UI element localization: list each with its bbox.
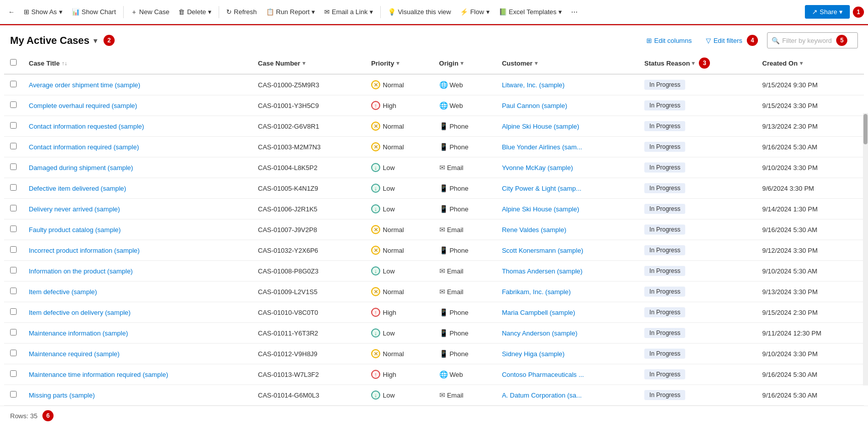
scroll-thumb[interactable] <box>863 114 867 144</box>
row-checkbox-11[interactable] <box>10 308 17 315</box>
more-button[interactable]: ⋯ <box>567 5 582 19</box>
customer-link[interactable]: Yvonne McKay (sample) <box>502 164 573 172</box>
show-chart-button[interactable]: 📊 Show Chart <box>68 5 120 19</box>
show-as-button[interactable]: ⊞ Show As ▾ <box>20 5 67 19</box>
row-checkbox-2[interactable] <box>10 122 17 129</box>
row-checkbox-6[interactable] <box>10 205 17 211</box>
customer-link[interactable]: Sidney Higa (sample) <box>502 350 565 358</box>
case-title-link[interactable]: Item defective on delivery (sample) <box>29 309 131 316</box>
case-number: CAS-01007-J9V2P8 <box>252 219 365 240</box>
table-row[interactable]: Faulty product catalog (sample) CAS-0100… <box>4 219 864 240</box>
case-title-link[interactable]: Maintenance time information required (s… <box>29 371 168 378</box>
row-checkbox-13[interactable] <box>10 350 17 356</box>
customer-link[interactable]: Rene Valdes (sample) <box>502 226 567 234</box>
run-report-button[interactable]: 📋 Run Report ▾ <box>262 5 319 19</box>
case-title-link[interactable]: Contact information requested (sample) <box>29 123 144 130</box>
customer-link[interactable]: Scott Konersmann (sample) <box>502 247 583 254</box>
case-title-link[interactable]: Incorrect product information (sample) <box>29 247 140 254</box>
row-checkbox-9[interactable] <box>10 267 17 273</box>
edit-columns-button[interactable]: ⊞ Edit columns <box>641 34 697 47</box>
customer-link[interactable]: A. Datum Corporation (sa... <box>502 392 582 399</box>
back-button[interactable]: ← <box>4 5 19 19</box>
status-reason: In Progress <box>638 219 756 240</box>
row-checkbox-0[interactable] <box>10 81 17 87</box>
annotation-badge-2: 2 <box>104 35 115 46</box>
table-row[interactable]: Item defective on delivery (sample) CAS-… <box>4 302 864 323</box>
row-checkbox-7[interactable] <box>10 226 17 232</box>
case-title-link[interactable]: Faulty product catalog (sample) <box>29 226 121 234</box>
sort-icon-case-number[interactable]: ▾ <box>302 60 305 67</box>
table-row[interactable]: Contact information requested (sample) C… <box>4 116 864 137</box>
new-case-button[interactable]: ＋ New Case <box>127 5 174 20</box>
case-title-link[interactable]: Maintenance required (sample) <box>29 350 120 358</box>
customer-link[interactable]: Blue Yonder Airlines (sam... <box>502 143 582 151</box>
filter-by-keyword-input[interactable]: 🔍 Filter by keyword 5 <box>767 32 858 48</box>
case-title-link[interactable]: Missing parts (sample) <box>29 392 95 399</box>
customer-link[interactable]: Alpine Ski House (sample) <box>502 123 579 130</box>
flow-button[interactable]: ⚡ Flow ▾ <box>456 5 493 19</box>
row-checkbox-3[interactable] <box>10 143 17 149</box>
sort-icon-priority[interactable]: ▾ <box>396 60 399 67</box>
row-checkbox-14[interactable] <box>10 370 17 377</box>
scrollbar[interactable] <box>863 113 868 385</box>
visualize-button[interactable]: 💡 Visualize this view <box>384 5 455 19</box>
customer-link[interactable]: Litware, Inc. (sample) <box>502 81 565 89</box>
row-checkbox-4[interactable] <box>10 163 17 170</box>
table-row[interactable]: Missing parts (sample) CAS-01014-G6M0L3 … <box>4 385 864 406</box>
col-case-title: Case Title ↑↓ <box>23 52 252 74</box>
sort-icon-origin[interactable]: ▾ <box>461 60 464 67</box>
table-row[interactable]: Contact information required (sample) CA… <box>4 137 864 157</box>
row-checkbox-15[interactable] <box>10 391 17 398</box>
customer-link[interactable]: Thomas Andersen (sample) <box>502 267 583 275</box>
created-on: 9/16/2024 5:30 AM <box>756 137 864 157</box>
case-title-link[interactable]: Defective item delivered (sample) <box>29 185 126 192</box>
table-row[interactable]: Complete overhaul required (sample) CAS-… <box>4 95 864 116</box>
row-checkbox-8[interactable] <box>10 246 17 253</box>
share-button[interactable]: ↗ Share ▾ <box>805 5 850 19</box>
customer-link[interactable]: Maria Campbell (sample) <box>502 309 575 316</box>
table-row[interactable]: Defective item delivered (sample) CAS-01… <box>4 178 864 199</box>
table-row[interactable]: Average order shipment time (sample) CAS… <box>4 74 864 95</box>
table-row[interactable]: Incorrect product information (sample) C… <box>4 240 864 261</box>
cases-table: Case Title ↑↓ Case Number ▾ Priority ▾ <box>4 52 864 406</box>
row-checkbox-10[interactable] <box>10 288 17 294</box>
sort-icon-created[interactable]: ▾ <box>800 60 803 67</box>
case-title-link[interactable]: Information on the product (sample) <box>29 267 133 275</box>
row-checkbox-1[interactable] <box>10 101 17 108</box>
table-row[interactable]: Item defective (sample) CAS-01009-L2V1S5… <box>4 282 864 302</box>
case-title-link[interactable]: Average order shipment time (sample) <box>29 81 140 89</box>
table-row[interactable]: Delivery never arrived (sample) CAS-0100… <box>4 199 864 219</box>
col-priority: Priority ▾ <box>365 52 433 74</box>
customer-link[interactable]: Nancy Anderson (sample) <box>502 329 578 337</box>
case-title-link[interactable]: Damaged during shipment (sample) <box>29 164 133 172</box>
edit-filters-button[interactable]: ▽ Edit filters 4 <box>701 32 763 48</box>
table-row[interactable]: Damaged during shipment (sample) CAS-010… <box>4 157 864 178</box>
customer-link[interactable]: City Power & Light (samp... <box>502 185 582 192</box>
case-title-link[interactable]: Contact information required (sample) <box>29 143 139 151</box>
customer-link[interactable]: Fabrikam, Inc. (sample) <box>502 288 571 296</box>
sort-icon-status[interactable]: ▾ <box>692 60 695 67</box>
delete-button[interactable]: 🗑 Delete ▾ <box>174 5 216 19</box>
customer-link[interactable]: Paul Cannon (sample) <box>502 102 567 109</box>
priority: ✕ Normal <box>365 282 433 302</box>
case-title-link[interactable]: Item defective (sample) <box>29 288 97 296</box>
table-row[interactable]: Maintenance required (sample) CAS-01012-… <box>4 344 864 364</box>
select-all-checkbox[interactable] <box>10 59 17 66</box>
refresh-button[interactable]: ↻ Refresh <box>222 5 261 19</box>
case-title-link[interactable]: Maintenance information (sample) <box>29 329 128 337</box>
table-row[interactable]: Information on the product (sample) CAS-… <box>4 261 864 282</box>
sort-icon-case-title[interactable]: ↑↓ <box>62 60 67 66</box>
table-row[interactable]: Maintenance time information required (s… <box>4 364 864 385</box>
table-row[interactable]: Maintenance information (sample) CAS-010… <box>4 323 864 344</box>
customer-link[interactable]: Alpine Ski House (sample) <box>502 205 579 213</box>
view-title-chevron[interactable]: ▾ <box>93 36 97 45</box>
case-title-link[interactable]: Delivery never arrived (sample) <box>29 205 120 213</box>
row-checkbox-12[interactable] <box>10 329 17 336</box>
excel-templates-button[interactable]: 📗 Excel Templates ▾ <box>495 5 566 19</box>
customer-link[interactable]: Contoso Pharmaceuticals ... <box>502 371 584 378</box>
email-link-button[interactable]: ✉ Email a Link ▾ <box>320 5 377 19</box>
sort-icon-customer[interactable]: ▾ <box>535 60 538 67</box>
chevron-down-icon: ▾ <box>59 8 63 16</box>
case-title-link[interactable]: Complete overhaul required (sample) <box>29 102 137 109</box>
row-checkbox-5[interactable] <box>10 184 17 191</box>
